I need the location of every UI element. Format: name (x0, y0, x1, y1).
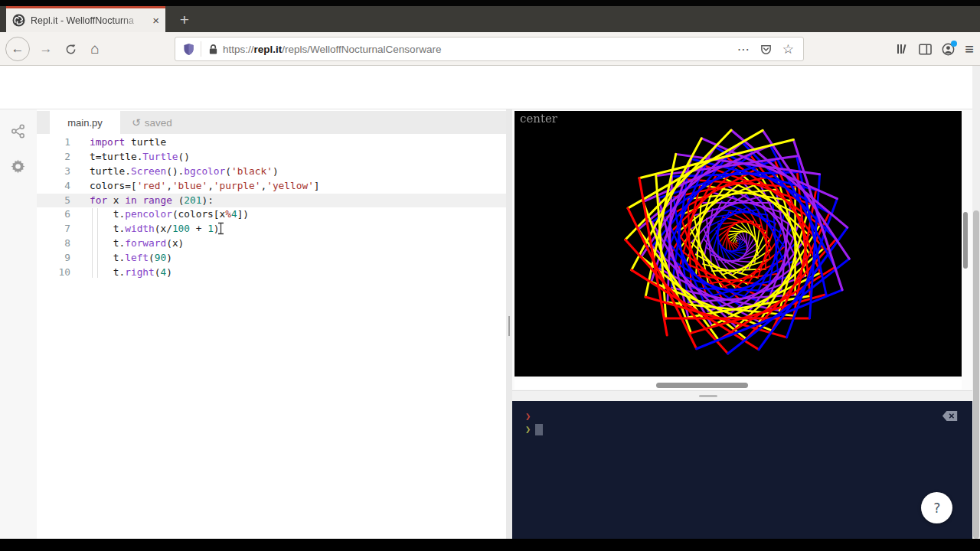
new-tab-button[interactable]: + (173, 8, 196, 31)
url-input[interactable]: https://repl.it/repls/WelloffNocturnalCe… (223, 44, 441, 55)
backspace-icon (942, 410, 959, 422)
line-number: 10 (37, 266, 70, 280)
code-line[interactable]: 8 t.forward(x) (37, 236, 506, 251)
canvas-vscroll-thumb[interactable] (963, 212, 968, 269)
share-network-icon[interactable] (11, 124, 25, 139)
hamburger-menu-icon[interactable]: ≡ (965, 41, 974, 58)
line-number: 9 (37, 251, 70, 266)
code-line[interactable]: 3turtle.Screen().bgcolor('black') (37, 165, 506, 179)
code-line[interactable]: 6 t.pencolor(colors[x%4]) (37, 207, 506, 222)
code-text: t.width(x/100 + 1) (70, 222, 220, 236)
saved-label: saved (145, 117, 172, 129)
code-text: import turtle (70, 135, 166, 150)
code-line[interactable]: 1import turtle (37, 135, 506, 150)
terminal-cursor (535, 424, 543, 435)
account-icon[interactable] (942, 43, 955, 56)
code-line[interactable]: 7 t.width(x/100 + 1) (37, 222, 506, 236)
canvas-hscroll-thumb[interactable] (656, 383, 748, 388)
line-number: 3 (37, 165, 70, 179)
code-line[interactable]: 5for x in range (201): (37, 194, 506, 208)
code-text: turtle.Screen().bgcolor('black') (70, 165, 279, 179)
line-number: 8 (37, 236, 70, 251)
code-editor[interactable]: 1import turtle2t=turtle.Turtle()3turtle.… (37, 135, 506, 539)
code-text: t.right(4) (70, 266, 172, 280)
indent-guide (92, 208, 93, 278)
tab-close-icon[interactable]: × (152, 14, 159, 27)
library-icon[interactable] (897, 43, 909, 55)
reload-button[interactable] (58, 37, 83, 61)
url-bar[interactable]: https://repl.it/repls/WelloffNocturnalCe… (175, 37, 804, 61)
clear-console-button[interactable] (940, 409, 960, 422)
code-line[interactable]: 10 t.right(4) (37, 266, 506, 280)
tab-title: Repl.it - WelloffNocturna (31, 15, 142, 26)
replit-header: @anonymous/WelloffNocturnalCensorware No… (0, 66, 980, 109)
pane-divider[interactable] (506, 109, 512, 539)
browser-navbar: ← → ⌂ https://repl.it/repls/We (0, 32, 980, 66)
code-text: for x in range (201): (70, 194, 214, 208)
url-path: /repls/WelloffNocturnalCensorware (282, 44, 441, 55)
notification-dot (951, 41, 957, 47)
file-tab-mainpy[interactable]: main.py (50, 111, 120, 134)
lock-icon[interactable] (201, 44, 223, 55)
turtle-graphics-canvas (514, 111, 962, 377)
console-prompt: ❯ (525, 423, 543, 435)
letterbox-top (0, 0, 980, 6)
gear-icon[interactable] (10, 158, 26, 174)
letterbox-bottom (0, 539, 980, 551)
canvas-hscrollbar[interactable] (514, 380, 962, 390)
code-line[interactable]: 2t=turtle.Turtle() (37, 150, 506, 165)
code-text: colors=['red','blue','purple','yellow'] (70, 179, 320, 194)
browser-tab-strip: Repl.it - WelloffNocturna × + (0, 6, 980, 32)
line-number: 1 (37, 135, 70, 150)
back-button[interactable]: ← (5, 37, 30, 61)
help-button[interactable]: ? (921, 492, 952, 523)
line-number: 4 (37, 179, 70, 194)
center-link[interactable]: center (520, 112, 557, 126)
sidebars-icon[interactable] (919, 44, 932, 55)
split-handle (699, 395, 717, 397)
replit-favicon (12, 14, 25, 27)
console[interactable]: ? ❯❯ (512, 401, 972, 539)
prompt-chevron-icon: ❯ (525, 411, 531, 422)
left-toolbar (0, 109, 37, 539)
indent-guide (97, 208, 98, 278)
code-line[interactable]: 4colors=['red','blue','purple','yellow'] (37, 179, 506, 194)
code-line[interactable]: 9 t.left(90) (37, 251, 506, 266)
home-button[interactable]: ⌂ (83, 37, 107, 61)
prompt-chevron-icon: ❯ (525, 424, 531, 435)
tracking-shield-icon[interactable] (175, 41, 201, 57)
code-text: t.forward(x) (70, 236, 184, 251)
page-scrollbar[interactable] (972, 66, 980, 539)
url-scheme: https:// (223, 44, 254, 55)
line-number: 5 (37, 194, 70, 208)
line-number: 6 (37, 207, 70, 222)
page-scrollbar-thumb[interactable] (973, 210, 979, 539)
mouse-ibeam-cursor (217, 222, 224, 235)
code-text: t=turtle.Turtle() (70, 150, 190, 165)
output-panel: center (512, 109, 972, 390)
divider-handle (508, 316, 510, 336)
line-number: 2 (37, 150, 70, 165)
pocket-icon[interactable] (760, 44, 772, 55)
url-domain: repl.it (254, 44, 283, 55)
code-text: t.left(90) (70, 251, 172, 266)
history-icon: ↺ (132, 116, 141, 129)
page-actions-icon[interactable]: ⋯ (737, 42, 750, 57)
console-prompt: ❯ (525, 410, 531, 422)
saved-indicator: ↺ saved (132, 111, 172, 134)
forward-button[interactable]: → (34, 37, 58, 61)
browser-tab-active[interactable]: Repl.it - WelloffNocturna × (6, 6, 165, 32)
line-number: 7 (37, 222, 70, 236)
bookmark-star-icon[interactable]: ☆ (782, 41, 794, 57)
browser-window: Repl.it - WelloffNocturna × + ← → ⌂ (0, 0, 980, 551)
output-console-divider[interactable] (512, 390, 972, 401)
reload-icon (65, 44, 77, 55)
